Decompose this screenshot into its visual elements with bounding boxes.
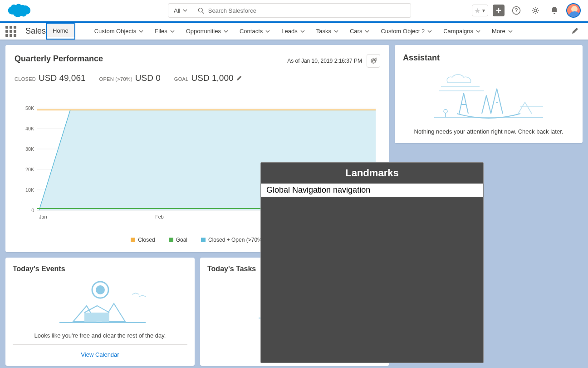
legend-goal: Goal (176, 237, 187, 243)
global-header: All ★ ▼ + ? (0, 0, 588, 21)
svg-text:40K: 40K (25, 126, 34, 131)
legend-swatch-combined (201, 238, 206, 242)
caret-down-icon: ▼ (481, 8, 486, 13)
svg-text:10K: 10K (25, 187, 34, 193)
nav-tab-leads[interactable]: Leads (276, 23, 310, 40)
chevron-down-icon (427, 29, 432, 34)
svg-text:Feb: Feb (155, 214, 164, 219)
svg-text:20K: 20K (25, 167, 34, 172)
navigation-bar: Sales Home Custom Objects Files Opportun… (0, 21, 588, 40)
question-icon: ? (512, 6, 521, 15)
todays-events-title: Today's Events (13, 265, 187, 273)
quarterly-asof-text: As of Jan 10, 2019 2:16:37 PM (287, 58, 362, 64)
favorites-button[interactable]: ★ ▼ (472, 5, 488, 16)
search-scope-selector[interactable]: All (168, 3, 193, 18)
svg-text:50K: 50K (25, 105, 34, 111)
legend-closed: Closed (138, 237, 155, 243)
nav-edit-button[interactable] (568, 27, 583, 36)
nav-tab-label: Files (155, 28, 167, 35)
assistant-card: Assistant Nothing needs your attention r… (395, 45, 583, 143)
view-calendar-link[interactable]: View Calendar (81, 351, 119, 358)
nav-tab-label: Custom Objects (94, 28, 136, 35)
closed-label: CLOSED (15, 76, 36, 82)
setup-button[interactable] (528, 3, 543, 18)
chevron-down-icon (170, 29, 175, 34)
legend-combined: Closed + Open (>70%) (208, 237, 264, 243)
nav-tab-tasks[interactable]: Tasks (311, 23, 344, 40)
nav-tab-label: More (492, 28, 505, 35)
svg-text:0: 0 (31, 208, 34, 213)
chevron-down-icon (300, 29, 305, 34)
salesforce-logo (5, 1, 32, 20)
nav-tab-label: Home (53, 27, 69, 34)
nav-tab-label: Opportunities (186, 28, 221, 35)
closed-value: USD 49,061 (39, 73, 86, 83)
search-icon (198, 7, 204, 14)
svg-rect-24 (84, 313, 109, 322)
gear-icon (531, 6, 540, 15)
svg-line-1 (202, 11, 204, 13)
nav-tab-label: Custom Object 2 (381, 28, 425, 35)
plus-icon: + (496, 5, 501, 16)
nav-tab-contacts[interactable]: Contacts (234, 23, 276, 40)
goal-value: USD 1,000 (191, 73, 234, 83)
help-button[interactable]: ? (509, 3, 524, 18)
pencil-icon (236, 75, 242, 81)
goal-label: GOAL (174, 76, 189, 82)
chevron-down-icon (139, 29, 143, 34)
nav-tab-home[interactable]: Home (47, 22, 74, 37)
chevron-down-icon (224, 29, 228, 34)
nav-tab-files[interactable]: Files (149, 23, 180, 40)
open-value: USD 0 (135, 73, 161, 83)
events-empty-illustration (41, 278, 159, 328)
chevron-down-icon (265, 29, 270, 34)
landmarks-panel: Landmarks Global Navigation navigation (260, 162, 484, 363)
nav-tab-custom-object-2[interactable]: Custom Object 2 (375, 23, 438, 40)
search-scope-label: All (174, 7, 180, 14)
refresh-icon (370, 57, 377, 65)
svg-text:30K: 30K (25, 146, 34, 152)
assistant-illustration (430, 68, 548, 123)
app-launcher-icon[interactable] (5, 26, 16, 37)
landmarks-panel-title: Landmarks (261, 163, 483, 184)
global-create-button[interactable]: + (493, 5, 505, 16)
quarterly-performance-title: Quarterly Performance (15, 54, 103, 64)
svg-point-0 (199, 8, 203, 12)
goal-edit-button[interactable] (236, 75, 242, 82)
refresh-button[interactable] (367, 54, 380, 68)
svg-point-4 (534, 9, 537, 12)
svg-point-29 (444, 109, 447, 113)
chevron-down-icon (365, 29, 369, 34)
nav-tab-label: Campaigns (443, 28, 473, 35)
app-name: Sales (25, 26, 46, 36)
nav-tab-cars[interactable]: Cars (344, 23, 375, 40)
star-icon: ★ (474, 6, 480, 15)
open-label: OPEN (>70%) (99, 76, 132, 82)
nav-tab-label: Cars (350, 28, 362, 35)
landmarks-item-global-navigation[interactable]: Global Navigation navigation (261, 184, 483, 197)
user-avatar[interactable] (566, 3, 581, 18)
svg-point-23 (96, 285, 105, 294)
events-empty-text: Looks like you're free and clear the res… (34, 332, 166, 339)
nav-tab-more[interactable]: More (486, 23, 519, 40)
chevron-down-icon (476, 29, 480, 34)
svg-text:?: ? (514, 7, 518, 14)
nav-tab-campaigns[interactable]: Campaigns (438, 23, 486, 40)
legend-swatch-goal (169, 238, 173, 242)
notifications-button[interactable] (547, 3, 562, 18)
pencil-icon (572, 27, 579, 34)
assistant-title: Assistant (403, 53, 574, 63)
nav-tab-opportunities[interactable]: Opportunities (181, 23, 234, 40)
nav-tab-label: Leads (281, 28, 297, 35)
chevron-down-icon (508, 29, 513, 34)
chevron-down-icon (334, 29, 338, 34)
svg-text:Jan: Jan (39, 214, 47, 219)
todays-events-card: Today's Events Looks like you're free an… (5, 258, 195, 366)
nav-tab-label: Contacts (240, 28, 263, 35)
global-search-input[interactable] (208, 7, 407, 14)
global-search-box[interactable] (193, 3, 411, 18)
legend-swatch-closed (131, 238, 135, 242)
nav-tab-custom-objects[interactable]: Custom Objects (89, 23, 149, 40)
nav-tab-label: Tasks (316, 28, 331, 35)
assistant-message: Nothing needs your attention right now. … (403, 128, 574, 135)
